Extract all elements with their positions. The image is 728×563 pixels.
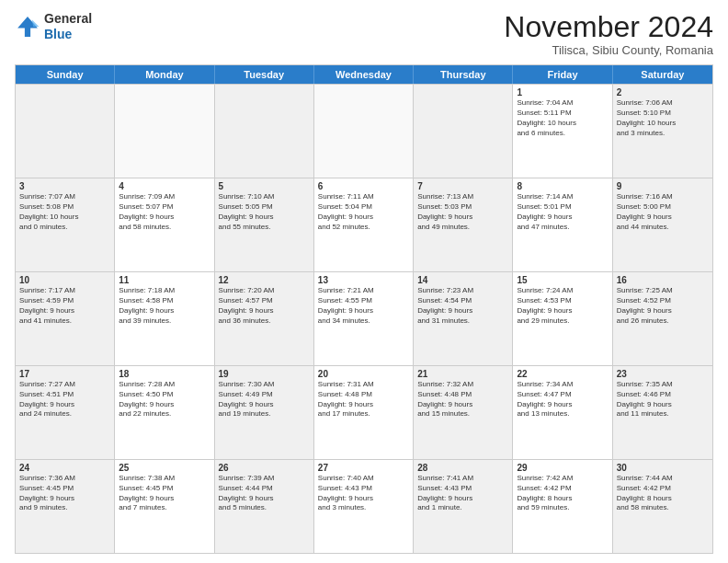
calendar-cell-6: 6Sunrise: 7:11 AM Sunset: 5:04 PM Daylig… bbox=[314, 178, 414, 271]
day-number: 20 bbox=[318, 369, 409, 379]
calendar-cell-21: 21Sunrise: 7:32 AM Sunset: 4:48 PM Dayli… bbox=[414, 366, 513, 459]
cell-info: Sunrise: 7:06 AM Sunset: 5:10 PM Dayligh… bbox=[617, 98, 709, 138]
cell-info: Sunrise: 7:21 AM Sunset: 4:55 PM Dayligh… bbox=[318, 286, 409, 326]
day-number: 5 bbox=[219, 181, 310, 191]
day-number: 30 bbox=[617, 463, 709, 473]
cell-info: Sunrise: 7:25 AM Sunset: 4:52 PM Dayligh… bbox=[617, 286, 709, 326]
calendar-row-5: 24Sunrise: 7:36 AM Sunset: 4:45 PM Dayli… bbox=[16, 459, 712, 553]
day-number: 1 bbox=[517, 87, 608, 98]
cell-info: Sunrise: 7:20 AM Sunset: 4:57 PM Dayligh… bbox=[219, 286, 310, 326]
calendar-cell-23: 23Sunrise: 7:35 AM Sunset: 4:46 PM Dayli… bbox=[613, 366, 712, 459]
calendar-cell-14: 14Sunrise: 7:23 AM Sunset: 4:54 PM Dayli… bbox=[414, 272, 513, 365]
day-number: 2 bbox=[617, 87, 709, 98]
cell-info: Sunrise: 7:36 AM Sunset: 4:45 PM Dayligh… bbox=[19, 474, 110, 513]
calendar-row-1: 1Sunrise: 7:04 AM Sunset: 5:11 PM Daylig… bbox=[16, 84, 712, 178]
day-number: 26 bbox=[219, 463, 310, 473]
calendar-cell-25: 25Sunrise: 7:38 AM Sunset: 4:45 PM Dayli… bbox=[115, 460, 214, 553]
calendar-header: SundayMondayTuesdayWednesdayThursdayFrid… bbox=[16, 65, 712, 84]
cell-info: Sunrise: 7:38 AM Sunset: 4:45 PM Dayligh… bbox=[119, 474, 210, 513]
calendar-cell-9: 9Sunrise: 7:16 AM Sunset: 5:00 PM Daylig… bbox=[613, 178, 712, 271]
day-number: 29 bbox=[517, 463, 608, 473]
header-day-tuesday: Tuesday bbox=[215, 65, 314, 84]
calendar-cell-24: 24Sunrise: 7:36 AM Sunset: 4:45 PM Dayli… bbox=[16, 460, 115, 553]
calendar-cell-20: 20Sunrise: 7:31 AM Sunset: 4:48 PM Dayli… bbox=[314, 366, 414, 459]
calendar-cell-30: 30Sunrise: 7:44 AM Sunset: 4:42 PM Dayli… bbox=[613, 460, 712, 553]
location: Tilisca, Sibiu County, Romania bbox=[504, 43, 713, 57]
calendar-cell-15: 15Sunrise: 7:24 AM Sunset: 4:53 PM Dayli… bbox=[513, 272, 612, 365]
day-number: 11 bbox=[119, 275, 210, 285]
cell-info: Sunrise: 7:42 AM Sunset: 4:42 PM Dayligh… bbox=[517, 474, 608, 513]
cell-info: Sunrise: 7:41 AM Sunset: 4:43 PM Dayligh… bbox=[417, 474, 508, 513]
cell-info: Sunrise: 7:35 AM Sunset: 4:46 PM Dayligh… bbox=[617, 380, 709, 419]
logo: General Blue bbox=[15, 11, 92, 42]
day-number: 14 bbox=[417, 275, 508, 285]
day-number: 9 bbox=[617, 181, 709, 191]
calendar-cell-18: 18Sunrise: 7:28 AM Sunset: 4:50 PM Dayli… bbox=[115, 366, 214, 459]
cell-info: Sunrise: 7:11 AM Sunset: 5:04 PM Dayligh… bbox=[318, 192, 409, 232]
day-number: 4 bbox=[119, 181, 210, 191]
day-number: 28 bbox=[417, 463, 508, 473]
logo-blue: Blue bbox=[44, 27, 92, 42]
day-number: 6 bbox=[318, 181, 409, 191]
day-number: 17 bbox=[19, 369, 110, 379]
day-number: 7 bbox=[417, 181, 508, 191]
calendar-cell-3: 3Sunrise: 7:07 AM Sunset: 5:08 PM Daylig… bbox=[16, 178, 115, 271]
cell-info: Sunrise: 7:10 AM Sunset: 5:05 PM Dayligh… bbox=[219, 192, 310, 232]
header-day-thursday: Thursday bbox=[414, 65, 513, 84]
day-number: 27 bbox=[318, 463, 409, 473]
calendar: SundayMondayTuesdayWednesdayThursdayFrid… bbox=[15, 64, 713, 554]
cell-info: Sunrise: 7:27 AM Sunset: 4:51 PM Dayligh… bbox=[19, 380, 110, 419]
calendar-row-2: 3Sunrise: 7:07 AM Sunset: 5:08 PM Daylig… bbox=[16, 178, 712, 271]
cell-info: Sunrise: 7:16 AM Sunset: 5:00 PM Dayligh… bbox=[617, 192, 709, 232]
calendar-cell-13: 13Sunrise: 7:21 AM Sunset: 4:55 PM Dayli… bbox=[314, 272, 414, 365]
calendar-cell-5: 5Sunrise: 7:10 AM Sunset: 5:05 PM Daylig… bbox=[215, 178, 314, 271]
calendar-cell-29: 29Sunrise: 7:42 AM Sunset: 4:42 PM Dayli… bbox=[513, 460, 612, 553]
calendar-cell-19: 19Sunrise: 7:30 AM Sunset: 4:49 PM Dayli… bbox=[215, 366, 314, 459]
day-number: 23 bbox=[617, 369, 709, 379]
title-block: November 2024 Tilisca, Sibiu County, Rom… bbox=[504, 11, 713, 57]
cell-info: Sunrise: 7:07 AM Sunset: 5:08 PM Dayligh… bbox=[19, 192, 110, 232]
cell-info: Sunrise: 7:04 AM Sunset: 5:11 PM Dayligh… bbox=[517, 98, 608, 138]
calendar-cell-10: 10Sunrise: 7:17 AM Sunset: 4:59 PM Dayli… bbox=[16, 272, 115, 365]
header-day-wednesday: Wednesday bbox=[314, 65, 414, 84]
logo-icon bbox=[15, 14, 40, 40]
calendar-cell-1: 1Sunrise: 7:04 AM Sunset: 5:11 PM Daylig… bbox=[513, 85, 612, 178]
calendar-cell-28: 28Sunrise: 7:41 AM Sunset: 4:43 PM Dayli… bbox=[414, 460, 513, 553]
day-number: 16 bbox=[617, 275, 709, 285]
cell-info: Sunrise: 7:14 AM Sunset: 5:01 PM Dayligh… bbox=[517, 192, 608, 232]
day-number: 25 bbox=[119, 463, 210, 473]
cell-info: Sunrise: 7:09 AM Sunset: 5:07 PM Dayligh… bbox=[119, 192, 210, 232]
day-number: 8 bbox=[517, 181, 608, 191]
logo-general: General bbox=[44, 11, 92, 27]
calendar-cell-empty-0-0 bbox=[16, 85, 115, 178]
calendar-row-3: 10Sunrise: 7:17 AM Sunset: 4:59 PM Dayli… bbox=[16, 271, 712, 365]
calendar-cell-16: 16Sunrise: 7:25 AM Sunset: 4:52 PM Dayli… bbox=[613, 272, 712, 365]
cell-info: Sunrise: 7:28 AM Sunset: 4:50 PM Dayligh… bbox=[119, 380, 210, 419]
cell-info: Sunrise: 7:18 AM Sunset: 4:58 PM Dayligh… bbox=[119, 286, 210, 326]
cell-info: Sunrise: 7:24 AM Sunset: 4:53 PM Dayligh… bbox=[517, 286, 608, 326]
header-day-saturday: Saturday bbox=[613, 65, 712, 84]
cell-info: Sunrise: 7:39 AM Sunset: 4:44 PM Dayligh… bbox=[219, 474, 310, 513]
day-number: 10 bbox=[19, 275, 110, 285]
calendar-cell-11: 11Sunrise: 7:18 AM Sunset: 4:58 PM Dayli… bbox=[115, 272, 214, 365]
cell-info: Sunrise: 7:44 AM Sunset: 4:42 PM Dayligh… bbox=[617, 474, 709, 513]
day-number: 19 bbox=[219, 369, 310, 379]
cell-info: Sunrise: 7:40 AM Sunset: 4:43 PM Dayligh… bbox=[318, 474, 409, 513]
cell-info: Sunrise: 7:17 AM Sunset: 4:59 PM Dayligh… bbox=[19, 286, 110, 326]
calendar-cell-4: 4Sunrise: 7:09 AM Sunset: 5:07 PM Daylig… bbox=[115, 178, 214, 271]
header: General Blue November 2024 Tilisca, Sibi… bbox=[15, 11, 713, 57]
calendar-cell-empty-0-2 bbox=[215, 85, 314, 178]
calendar-body: 1Sunrise: 7:04 AM Sunset: 5:11 PM Daylig… bbox=[16, 84, 712, 553]
cell-info: Sunrise: 7:23 AM Sunset: 4:54 PM Dayligh… bbox=[417, 286, 508, 326]
day-number: 13 bbox=[318, 275, 409, 285]
day-number: 3 bbox=[19, 181, 110, 191]
cell-info: Sunrise: 7:30 AM Sunset: 4:49 PM Dayligh… bbox=[219, 380, 310, 419]
header-day-friday: Friday bbox=[513, 65, 612, 84]
calendar-cell-17: 17Sunrise: 7:27 AM Sunset: 4:51 PM Dayli… bbox=[16, 366, 115, 459]
cell-info: Sunrise: 7:31 AM Sunset: 4:48 PM Dayligh… bbox=[318, 380, 409, 419]
day-number: 18 bbox=[119, 369, 210, 379]
day-number: 22 bbox=[517, 369, 608, 379]
day-number: 12 bbox=[219, 275, 310, 285]
day-number: 15 bbox=[517, 275, 608, 285]
month-title: November 2024 bbox=[504, 11, 713, 43]
